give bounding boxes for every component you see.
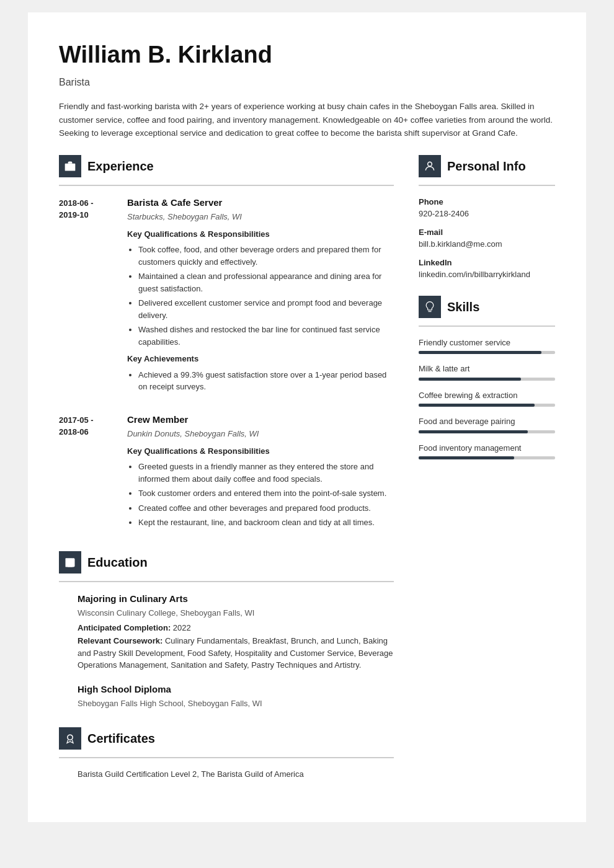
exp-responsibility-item: Delivered excellent customer service and…: [138, 297, 394, 321]
main-layout: Experience 2018-06 - 2019-10Barista & Ca…: [59, 155, 555, 798]
skill-name: Coffee brewing & extraction: [419, 389, 555, 402]
exp-content: Crew MemberDunkin Donuts, Sheboygan Fall…: [127, 413, 394, 534]
email-value: bill.b.kirkland@me.com: [419, 238, 555, 250]
certificates-section: Certificates Barista Guild Certification…: [59, 727, 394, 781]
experience-section-header: Experience: [59, 155, 394, 177]
education-divider: [59, 581, 394, 582]
education-title: Education: [87, 553, 148, 572]
skill-bar-bg: [419, 351, 555, 354]
skill-bar-fill: [419, 456, 514, 459]
edu-coursework: Relevant Coursework: Culinary Fundamenta…: [78, 635, 394, 671]
exp-achievement-item: Achieved a 99.3% guest satisfaction stor…: [138, 369, 394, 393]
skill-item: Friendly customer service: [419, 337, 555, 355]
certificates-title: Certificates: [87, 729, 155, 748]
edu-degree: Majoring in Culinary Arts: [78, 592, 394, 606]
phone-value: 920-218-2406: [419, 208, 555, 220]
experience-entry: 2018-06 - 2019-10Barista & Cafe ServerSt…: [59, 196, 394, 398]
email-item: E-mail bill.b.kirkland@me.com: [419, 226, 555, 250]
linkedin-label: LinkedIn: [419, 257, 555, 269]
certificates-divider: [59, 757, 394, 758]
skill-bar-fill: [419, 378, 521, 381]
skill-name: Friendly customer service: [419, 337, 555, 349]
personal-info-section-header: Personal Info: [419, 155, 555, 177]
skill-item: Coffee brewing & extraction: [419, 389, 555, 407]
exp-job-title: Crew Member: [127, 413, 394, 427]
edu-degree: High School Diploma: [78, 683, 394, 697]
education-list: Majoring in Culinary ArtsWisconsin Culin…: [59, 592, 394, 710]
exp-qualifications-heading: Key Qualifications & Responsibilities: [127, 228, 394, 241]
exp-content: Barista & Cafe ServerStarbucks, Sheboyga…: [127, 196, 394, 398]
certificates-list: Barista Guild Certification Level 2, The…: [59, 768, 394, 781]
experience-icon: [59, 155, 81, 177]
edu-school: Sheboygan Falls High School, Sheboygan F…: [78, 698, 394, 710]
exp-responsibility-item: Created coffee and other beverages and p…: [138, 502, 394, 515]
skills-divider: [419, 326, 555, 327]
edu-school: Wisconsin Culinary College, Sheboygan Fa…: [78, 607, 394, 619]
skill-item: Milk & latte art: [419, 363, 555, 381]
education-section: Education Majoring in Culinary ArtsWisco…: [59, 551, 394, 710]
candidate-title: Barista: [59, 75, 555, 90]
experience-list: 2018-06 - 2019-10Barista & Cafe ServerSt…: [59, 196, 394, 534]
email-label: E-mail: [419, 226, 555, 239]
education-entry: Majoring in Culinary ArtsWisconsin Culin…: [59, 592, 394, 671]
exp-responsibilities-list: Greeted guests in a friendly manner as t…: [127, 461, 394, 529]
personal-info-title: Personal Info: [447, 157, 526, 175]
personal-info-divider: [419, 185, 555, 186]
experience-section: Experience 2018-06 - 2019-10Barista & Ca…: [59, 155, 394, 534]
skill-bar-bg: [419, 378, 555, 381]
skill-bar-fill: [419, 351, 541, 354]
experience-entry: 2017-05 - 2018-06Crew MemberDunkin Donut…: [59, 413, 394, 534]
exp-responsibilities-list: Took coffee, food, and other beverage or…: [127, 244, 394, 348]
exp-responsibility-item: Took coffee, food, and other beverage or…: [138, 244, 394, 268]
svg-point-4: [68, 735, 73, 740]
skill-bar-bg: [419, 404, 555, 407]
exp-achievements-list: Achieved a 99.3% guest satisfaction stor…: [127, 369, 394, 393]
candidate-name: William B. Kirkland: [59, 37, 555, 73]
exp-qualifications-heading: Key Qualifications & Responsibilities: [127, 445, 394, 458]
skill-item: Food inventory management: [419, 442, 555, 460]
experience-title: Experience: [87, 157, 154, 175]
certificates-section-header: Certificates: [59, 727, 394, 750]
skills-icon: [419, 296, 441, 318]
exp-responsibility-item: Kept the restaurant, line, and backroom …: [138, 516, 394, 529]
linkedin-value: linkedin.com/in/billbarrykirkland: [419, 268, 555, 281]
left-column: Experience 2018-06 - 2019-10Barista & Ca…: [59, 155, 394, 798]
skill-bar-fill: [419, 430, 528, 433]
exp-responsibility-item: Took customer orders and entered them in…: [138, 487, 394, 500]
resume-header: William B. Kirkland Barista Friendly and…: [59, 37, 555, 140]
certificates-icon: [59, 727, 81, 750]
exp-dates: 2018-06 - 2019-10: [59, 196, 115, 398]
edu-anticipated: Anticipated Completion: 2022: [78, 622, 394, 634]
phone-label: Phone: [419, 196, 555, 208]
skills-section: Skills Friendly customer serviceMilk & l…: [419, 296, 555, 460]
resume-container: William B. Kirkland Barista Friendly and…: [28, 12, 586, 822]
skill-bar-bg: [419, 430, 555, 433]
svg-point-5: [428, 162, 432, 166]
skills-title: Skills: [447, 298, 479, 316]
exp-responsibility-item: Washed dishes and restocked the bar line…: [138, 324, 394, 348]
skill-item: Food and beverage pairing: [419, 415, 555, 433]
personal-info-section: Personal Info Phone 920-218-2406 E-mail …: [419, 155, 555, 281]
exp-dates: 2017-05 - 2018-06: [59, 413, 115, 534]
skill-name: Food inventory management: [419, 442, 555, 454]
education-section-header: Education: [59, 551, 394, 574]
skill-bar-fill: [419, 404, 535, 407]
skill-name: Food and beverage pairing: [419, 415, 555, 428]
exp-company: Dunkin Donuts, Sheboygan Falls, WI: [127, 428, 394, 440]
education-entry: High School DiplomaSheboygan Falls High …: [59, 683, 394, 710]
certificate-entry: Barista Guild Certification Level 2, The…: [59, 768, 394, 781]
linkedin-item: LinkedIn linkedin.com/in/billbarrykirkla…: [419, 257, 555, 281]
exp-achievements-heading: Key Achievements: [127, 353, 394, 365]
personal-info-icon: [419, 155, 441, 177]
exp-company: Starbucks, Sheboygan Falls, WI: [127, 211, 394, 223]
exp-responsibility-item: Greeted guests in a friendly manner as t…: [138, 461, 394, 485]
right-column: Personal Info Phone 920-218-2406 E-mail …: [419, 155, 555, 798]
exp-responsibility-item: Maintained a clean and professional appe…: [138, 270, 394, 294]
candidate-summary: Friendly and fast-working barista with 2…: [59, 100, 555, 140]
skill-bar-bg: [419, 456, 555, 459]
education-icon: [59, 551, 81, 574]
phone-item: Phone 920-218-2406: [419, 196, 555, 220]
exp-job-title: Barista & Cafe Server: [127, 196, 394, 210]
skill-name: Milk & latte art: [419, 363, 555, 375]
experience-divider: [59, 185, 394, 186]
